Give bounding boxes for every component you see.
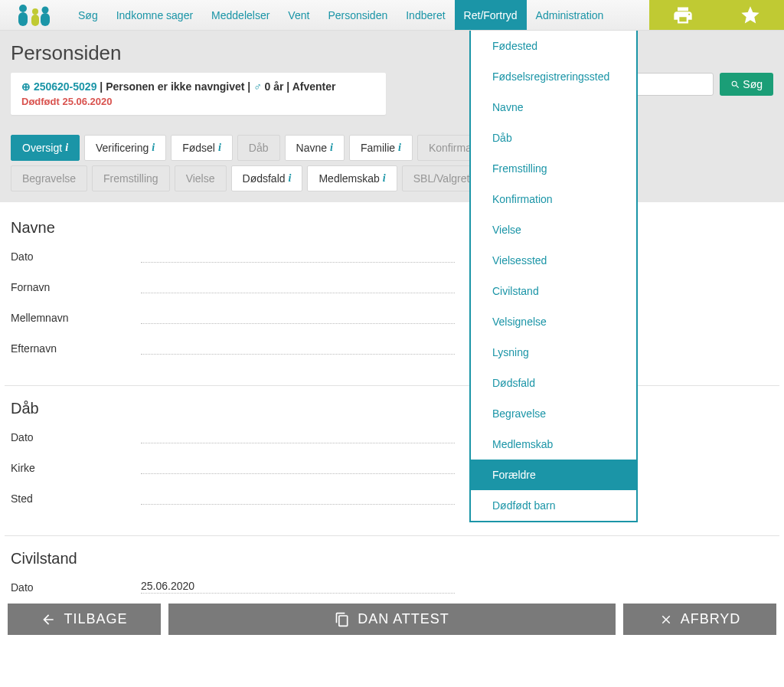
section-title: Navne	[11, 219, 773, 237]
field-value	[141, 460, 455, 474]
field-label: Fornavn	[11, 281, 141, 293]
person-age: 0 år	[265, 80, 284, 93]
cancel-button[interactable]: AFBRYD	[623, 604, 776, 635]
info-icon: i	[65, 142, 68, 154]
dropdown-item-lysning[interactable]: Lysning	[471, 337, 636, 368]
field-value	[141, 249, 455, 263]
nav-link-personsiden[interactable]: Personsiden	[318, 0, 397, 30]
search-icon	[730, 80, 740, 90]
tabs-row-1: OversigtiVerificeringiFødseliDåbNavneiFa…	[11, 135, 773, 161]
field-row: Dato25.06.2020	[11, 580, 773, 594]
info-icon: i	[398, 142, 401, 154]
print-button[interactable]	[649, 0, 717, 30]
dropdown-item-begravelse[interactable]: Begravelse	[471, 398, 636, 429]
tab-navne[interactable]: Navnei	[285, 135, 345, 161]
app-logo	[0, 0, 69, 30]
nav-link-indberet[interactable]: Indberet	[397, 0, 454, 30]
field-label: Efternavn	[11, 342, 141, 355]
document-icon	[335, 612, 350, 627]
field-label: Dato	[11, 431, 141, 443]
field-row: Sted	[11, 491, 773, 505]
tab-vielse: Vielse	[175, 165, 227, 191]
dropdown-item-dødfødt-barn[interactable]: Dødfødt barn	[471, 490, 636, 521]
svg-point-0	[19, 5, 27, 12]
ret-fortryd-dropdown: FødestedFødselsregistreringsstedNavneDåb…	[469, 31, 638, 522]
add-icon[interactable]: ⊕	[21, 80, 31, 93]
tab-dåb: Dåb	[237, 135, 280, 161]
gender-icon: ♂	[253, 80, 262, 93]
dropdown-item-dåb[interactable]: Dåb	[471, 123, 636, 153]
dropdown-item-velsignelse[interactable]: Velsignelse	[471, 306, 636, 337]
field-row: Mellemnavn	[11, 310, 773, 324]
section-title: Civilstand	[11, 550, 773, 568]
field-label: Mellemnavn	[11, 312, 141, 324]
person-name-status: Personen er ikke navngivet	[106, 80, 244, 93]
dropdown-item-konfirmation[interactable]: Konfirmation	[471, 184, 636, 214]
field-label: Dato	[11, 250, 141, 263]
star-icon	[740, 5, 761, 26]
arrow-left-icon	[41, 612, 56, 627]
nav-link-vent[interactable]: Vent	[279, 0, 318, 30]
field-row: Dato	[11, 430, 773, 443]
tab-fødsel[interactable]: Fødseli	[171, 135, 233, 161]
dropdown-item-vielse[interactable]: Vielse	[471, 214, 636, 245]
nav-link-s-g[interactable]: Søg	[69, 0, 107, 30]
info-icon: i	[289, 172, 292, 185]
nav-link-meddelelser[interactable]: Meddelelser	[202, 0, 279, 30]
tab-begravelse: Begravelse	[11, 165, 87, 191]
close-icon	[659, 613, 673, 626]
back-button[interactable]: TILBAGE	[8, 604, 161, 635]
print-icon	[672, 5, 694, 26]
person-summary-card: ⊕ 250620-5029 | Personen er ikke navngiv…	[11, 73, 386, 115]
dropdown-item-navne[interactable]: Navne	[471, 92, 636, 123]
tabs-row-2: BegravelseFremstillingVielseDødsfaldiMed…	[11, 165, 773, 202]
field-value	[141, 310, 455, 324]
svg-point-4	[42, 6, 49, 13]
dropdown-item-fødselsregistreringssted[interactable]: Fødselsregistreringssted	[471, 61, 636, 92]
footer-actions: TILBAGE DAN ATTEST AFBRYD	[0, 599, 784, 643]
field-value	[141, 280, 455, 293]
field-row: Kirke	[11, 460, 773, 474]
section-navne: Navne DatoFornavnMellemnavnEfternavn	[5, 219, 779, 386]
field-value	[141, 430, 455, 443]
field-value	[141, 341, 455, 355]
person-status: Afventer	[292, 80, 336, 93]
section-daab: Dåb DatoKirkeSted	[5, 400, 779, 536]
generate-certificate-button[interactable]: DAN ATTEST	[168, 604, 616, 635]
info-icon: i	[152, 142, 155, 154]
nav-link-administration[interactable]: Administration	[527, 0, 613, 30]
tab-verificering[interactable]: Verificeringi	[84, 135, 166, 161]
detail-area: Navne DatoFornavnMellemnavnEfternavn Dåb…	[0, 202, 784, 599]
svg-rect-3	[31, 15, 39, 26]
person-cpr: 250620-5029	[34, 80, 97, 93]
search-button[interactable]: Søg	[720, 73, 773, 96]
svg-point-2	[32, 8, 38, 15]
tab-fremstilling: Fremstilling	[92, 165, 170, 191]
field-value	[141, 491, 455, 505]
dropdown-item-vielsessted[interactable]: Vielsessted	[471, 245, 636, 276]
info-icon: i	[218, 142, 221, 154]
tab-dødsfald[interactable]: Dødsfaldi	[231, 165, 303, 191]
tab-oversigt[interactable]: Oversigti	[11, 135, 80, 161]
favorite-button[interactable]	[717, 0, 784, 30]
field-label: Dato	[11, 581, 141, 594]
tab-medlemskab[interactable]: Medlemskabi	[307, 165, 397, 191]
nav-link-indkomne-sager[interactable]: Indkomne sager	[107, 0, 202, 30]
nav-link-ret-fortryd[interactable]: Ret/Fortryd	[455, 0, 527, 30]
svg-rect-1	[18, 12, 28, 26]
info-icon: i	[330, 142, 333, 154]
dropdown-item-fremstilling[interactable]: Fremstilling	[471, 153, 636, 184]
section-title: Dåb	[11, 400, 773, 417]
info-icon: i	[383, 172, 386, 185]
field-label: Sted	[11, 492, 141, 505]
dropdown-item-fødested[interactable]: Fødested	[471, 31, 636, 61]
field-value: 25.06.2020	[141, 580, 455, 594]
top-nav: SøgIndkomne sagerMeddelelserVentPersonsi…	[0, 0, 784, 31]
dropdown-item-forældre[interactable]: Forældre	[471, 460, 636, 490]
dropdown-item-medlemskab[interactable]: Medlemskab	[471, 429, 636, 460]
tab-familie[interactable]: Familiei	[349, 135, 413, 161]
person-death: Dødfødt 25.06.2020	[21, 96, 375, 107]
field-row: Fornavn	[11, 280, 773, 293]
dropdown-item-dødsfald[interactable]: Dødsfald	[471, 368, 636, 398]
dropdown-item-civilstand[interactable]: Civilstand	[471, 276, 636, 306]
